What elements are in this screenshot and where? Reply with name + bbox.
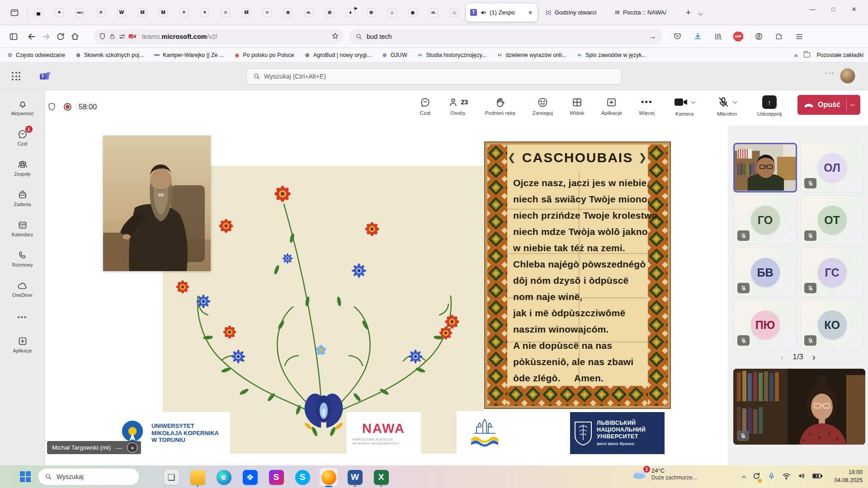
camera-blocked-icon[interactable]: [128, 33, 137, 40]
downloads-icon[interactable]: [690, 29, 705, 44]
sidebar-item-chat[interactable]: 1 Czat: [0, 128, 45, 158]
pinned-tab-m-serif[interactable]: M: [159, 8, 168, 17]
camera-chevron-icon[interactable]: [691, 99, 696, 104]
pinned-tab-globe[interactable]: ⊕: [283, 8, 292, 17]
pinned-tab-lighthouse[interactable]: ⌂: [387, 8, 396, 17]
sidebar-toggle-icon[interactable]: [6, 29, 21, 44]
reload-button[interactable]: [53, 29, 68, 44]
url-bar[interactable]: teams.microsoft.com/v2/: [94, 29, 344, 44]
extensions-icon[interactable]: [772, 29, 786, 44]
pinned-tab-mwm[interactable]: M: [138, 8, 147, 17]
taskbar-search-input[interactable]: Wyszukaj: [38, 468, 139, 485]
taskbar-app-edge[interactable]: e: [213, 467, 234, 488]
page-prev-icon[interactable]: ‹: [780, 352, 783, 362]
taskbar-app-skype[interactable]: S: [292, 467, 313, 488]
participant-tile[interactable]: ПЮ: [733, 300, 797, 350]
taskbar-app-word[interactable]: W: [344, 467, 365, 488]
teams-search-input[interactable]: Wyszukaj (Ctrl+Alt+E): [246, 68, 622, 84]
pinned-tab-crest[interactable]: ✦: [55, 8, 64, 17]
tray-mic-icon[interactable]: [768, 472, 775, 482]
pinned-tab-blue-list[interactable]: ≡: [263, 8, 272, 17]
view-button[interactable]: Widok: [570, 96, 584, 116]
sidebar-item-activity[interactable]: Aktywność: [0, 98, 45, 128]
adblock-icon[interactable]: ABP: [731, 29, 745, 44]
tray-expand-icon[interactable]: [742, 475, 746, 480]
wifi-icon[interactable]: [782, 472, 791, 481]
apps-button[interactable]: Aplikacje: [601, 96, 622, 116]
other-bookmarks-label[interactable]: Pozostałe zakładki: [816, 52, 863, 58]
app-launcher-icon[interactable]: [12, 72, 21, 81]
bookmark[interactable]: dL Spis zawodów w język...: [576, 52, 646, 58]
taskbar-app-firefox[interactable]: [318, 467, 339, 488]
taskbar-app-file-explorer[interactable]: [187, 467, 208, 488]
bookmark-star-icon[interactable]: [331, 32, 339, 41]
pinned-tab-globe[interactable]: ⊕: [367, 8, 376, 17]
self-video-tile[interactable]: [733, 369, 865, 445]
bookmark[interactable]: ⊕ Słownik szkolnych poj...: [75, 52, 144, 58]
lock-icon[interactable]: [109, 33, 116, 40]
pinned-tab-eagle-playing[interactable]: ♦ ▶: [346, 8, 355, 17]
search-go-icon[interactable]: →: [649, 32, 656, 41]
pinned-tab-compass[interactable]: ✴: [200, 8, 209, 17]
weather-widget[interactable]: 1 24°C Duże zachmurze...: [632, 467, 697, 481]
leave-button[interactable]: Opuść: [797, 95, 860, 115]
taskbar-app-excel[interactable]: X: [371, 467, 392, 488]
search-bar[interactable]: bud tech →: [349, 29, 663, 44]
pinned-tab-artwork[interactable]: ▄: [34, 8, 43, 17]
tracking-shield-icon[interactable]: [99, 33, 106, 40]
pinned-tab-wiki[interactable]: ◉: [408, 8, 417, 17]
header-more-icon[interactable]: ···: [825, 69, 835, 78]
participant-tile[interactable]: ГС: [800, 248, 864, 297]
pinned-tab-dl[interactable]: dL: [304, 8, 313, 17]
more-button[interactable]: ••• Więcej: [639, 96, 655, 116]
bookmark[interactable]: ◉ Po polsku po Polsce: [233, 52, 294, 58]
presenter-video-tile[interactable]: [733, 143, 797, 192]
back-button[interactable]: [24, 29, 39, 44]
sidebar-item-onedrive[interactable]: OneDrive: [0, 279, 45, 310]
participant-tile[interactable]: БВ: [733, 248, 797, 297]
tab-godziny[interactable]: Godziny otwarci: [541, 4, 607, 22]
sidebar-item-calls[interactable]: Rozmowy: [0, 249, 45, 279]
tab-audio-icon[interactable]: [480, 9, 486, 16]
chat-button[interactable]: Czat: [420, 96, 431, 116]
taskbar-app-dropbox[interactable]: ❖: [240, 467, 260, 488]
firefox-view-icon[interactable]: [7, 5, 22, 20]
pinned-tab-sun[interactable]: ☀: [179, 8, 189, 17]
volume-icon[interactable]: [797, 472, 806, 481]
share-button[interactable]: ↑ Udostępnij: [749, 95, 790, 117]
participant-tile[interactable]: ОТ: [800, 195, 864, 245]
people-button[interactable]: 23 Osoby: [448, 96, 468, 116]
react-button[interactable]: Zareaguj: [532, 96, 552, 116]
sidebar-item-teams[interactable]: Zespoły: [0, 158, 45, 188]
taskbar-clock[interactable]: 18:00 04.06.2025: [817, 469, 863, 484]
bookmark[interactable]: PKP Kamper-Warejko || Ze ...: [153, 52, 224, 58]
pinned-tab-tea-app[interactable]: ♨: [450, 8, 459, 17]
taskbar-app-s-app[interactable]: S: [266, 467, 287, 488]
tab-poczta[interactable]: ✉ Poczta :: NAWA/: [611, 4, 677, 22]
participant-tile[interactable]: ГО: [733, 195, 797, 245]
update-icon[interactable]: [752, 472, 761, 482]
pinned-tab-globe[interactable]: ⊕: [325, 8, 334, 17]
raise-hand-button[interactable]: Podnieś rękę: [485, 96, 515, 116]
camera-button[interactable]: Kamera: [664, 95, 705, 117]
permissions-icon[interactable]: [118, 33, 126, 40]
close-button[interactable]: ✕: [844, 0, 864, 18]
bookmark[interactable]: dL Studia historycznojęzy...: [416, 52, 486, 58]
library-icon[interactable]: [711, 29, 725, 44]
sidebar-more-icon[interactable]: •••: [0, 310, 45, 335]
pinned-tab-dl[interactable]: dL: [429, 8, 438, 17]
list-tabs-button[interactable]: [699, 9, 702, 17]
tab-teams-meeting[interactable]: T (1) Zespo ✕: [466, 4, 538, 22]
account-icon[interactable]: [751, 29, 766, 44]
minimize-button[interactable]: —: [802, 0, 823, 18]
home-button[interactable]: [68, 29, 82, 44]
page-next-icon[interactable]: ›: [812, 352, 816, 362]
forward-button[interactable]: [39, 29, 53, 44]
leave-chevron-icon[interactable]: [850, 102, 854, 107]
bookmark[interactable]: ⊕ AgroBud | nowy orygi...: [304, 52, 372, 58]
user-avatar[interactable]: [840, 68, 855, 84]
taskbar-app-task-view[interactable]: ❏: [161, 467, 182, 488]
tab-close-icon[interactable]: ✕: [527, 9, 533, 16]
mic-chevron-icon[interactable]: [733, 99, 737, 104]
menu-icon[interactable]: [792, 29, 807, 44]
